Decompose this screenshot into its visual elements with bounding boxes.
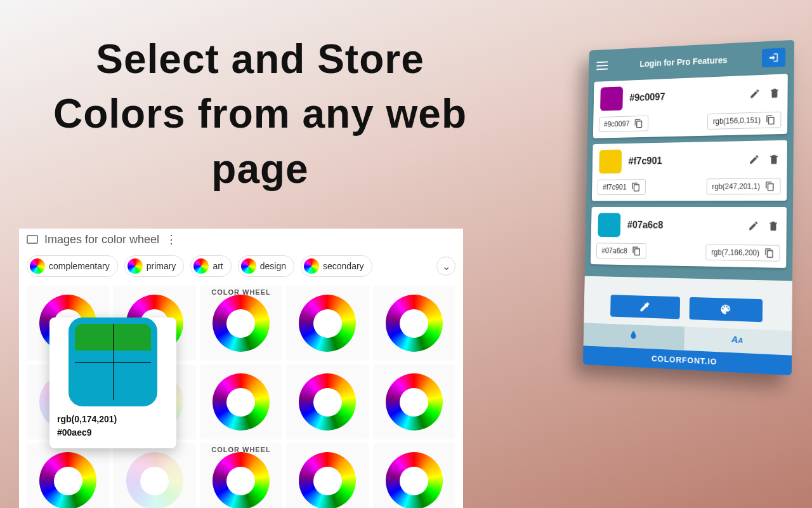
eyedropper-sample-swatch [69, 318, 157, 406]
login-icon [768, 52, 780, 64]
delete-icon[interactable] [768, 154, 780, 165]
chip-label: secondary [323, 261, 364, 271]
color-hex-heading: #9c0097 [629, 89, 742, 104]
copy-icon [764, 248, 775, 258]
marketing-headline: Select and Store Colors from any web pag… [25, 32, 495, 196]
chip-label: primary [147, 261, 176, 271]
copy-icon [766, 115, 776, 125]
rgb-code-value: rgb(156,0,151) [713, 116, 761, 126]
color-hex-heading: #07a6c8 [627, 220, 741, 232]
filter-chip-complementary[interactable]: complementary [27, 255, 118, 277]
rgb-code-chip[interactable]: rgb(156,0,151) [707, 112, 781, 130]
menu-icon[interactable] [596, 62, 608, 70]
edit-icon[interactable] [748, 220, 759, 232]
result-thumbnail[interactable] [286, 364, 369, 439]
eyedropper-button[interactable] [610, 295, 680, 319]
filter-chip-primary[interactable]: primary [124, 255, 185, 277]
rgb-code-value: rgb(7,166,200) [711, 248, 759, 257]
hex-code-value: #9c0097 [604, 119, 630, 128]
chip-swatch-icon [128, 258, 143, 274]
tab-font[interactable]: AA [684, 327, 792, 356]
chip-label: art [213, 261, 223, 271]
panel-action-row [584, 276, 792, 331]
copy-icon [765, 181, 775, 191]
chip-swatch-icon [193, 258, 209, 274]
color-swatch[interactable] [600, 86, 623, 110]
copy-icon [632, 246, 641, 256]
chip-label: complementary [49, 261, 110, 271]
hex-code-chip[interactable]: #9c0097 [599, 116, 649, 132]
search-results-more: ⋮ [166, 232, 177, 246]
result-thumbnail[interactable] [286, 443, 369, 508]
image-icon [27, 235, 38, 244]
edit-icon[interactable] [749, 154, 760, 165]
eyedropper-popup: rgb(0,174,201) #00aec9 [49, 318, 176, 448]
palette-button[interactable] [690, 297, 763, 322]
result-thumbnail[interactable] [373, 286, 455, 361]
chip-swatch-icon [241, 258, 256, 274]
filter-chip-secondary[interactable]: secondary [301, 255, 372, 277]
palette-icon [719, 303, 731, 316]
copy-icon [631, 182, 641, 192]
saved-color-card: #f7c901 #f7c901 rgb(247,201,1) [592, 140, 787, 201]
result-thumbnail[interactable] [286, 286, 369, 361]
result-thumbnail[interactable] [200, 286, 282, 361]
chip-swatch-icon [30, 258, 45, 274]
delete-icon[interactable] [768, 220, 779, 232]
chip-label: design [260, 261, 286, 271]
hex-code-value: #f7c901 [603, 183, 627, 191]
rgb-code-chip[interactable]: rgb(7,166,200) [706, 244, 780, 261]
filter-chip-expand[interactable]: ⌄ [436, 257, 455, 276]
color-hex-heading: #f7c901 [628, 154, 741, 167]
result-thumbnail[interactable] [373, 443, 455, 508]
chip-swatch-icon [304, 258, 319, 274]
result-thumbnail[interactable] [200, 364, 282, 439]
tab-color[interactable] [584, 323, 684, 350]
eyedropper-hex-value: #00aec9 [57, 426, 169, 439]
color-swatch[interactable] [598, 213, 620, 237]
login-button[interactable] [762, 48, 785, 67]
drop-icon [628, 330, 639, 341]
delete-icon[interactable] [769, 87, 780, 98]
hex-code-value: #07a6c8 [601, 246, 627, 255]
search-results-title: Images for color wheel [44, 233, 159, 246]
hex-code-chip[interactable]: #07a6c8 [596, 243, 646, 259]
color-swatch[interactable] [599, 149, 622, 173]
rgb-code-value: rgb(247,201,1) [712, 182, 760, 191]
saved-color-card: #07a6c8 #07a6c8 rgb(7,166,200) [591, 207, 787, 268]
edit-icon[interactable] [749, 88, 761, 100]
saved-color-card: #9c0097 #9c0097 rgb(156,0,151) [593, 74, 788, 138]
hex-code-chip[interactable]: #f7c901 [598, 179, 646, 195]
result-thumbnail[interactable] [200, 443, 282, 508]
panel-title: Login for Pro Features [614, 53, 754, 69]
copy-icon [634, 119, 644, 128]
result-thumbnail[interactable] [373, 364, 455, 439]
filter-chip-design[interactable]: design [238, 255, 294, 277]
eyedropper-icon [639, 300, 651, 313]
filter-chip-art[interactable]: art [190, 255, 231, 277]
result-thumbnail[interactable] [27, 443, 109, 508]
eyedropper-rgb-value: rgb(0,174,201) [57, 413, 169, 426]
filter-chip-row: complementary primary art design seconda… [19, 250, 463, 286]
font-icon: AA [731, 333, 743, 345]
extension-panel: Login for Pro Features #9c0097 #9 [583, 40, 794, 375]
result-thumbnail[interactable] [113, 443, 195, 508]
rgb-code-chip[interactable]: rgb(247,201,1) [707, 178, 781, 194]
